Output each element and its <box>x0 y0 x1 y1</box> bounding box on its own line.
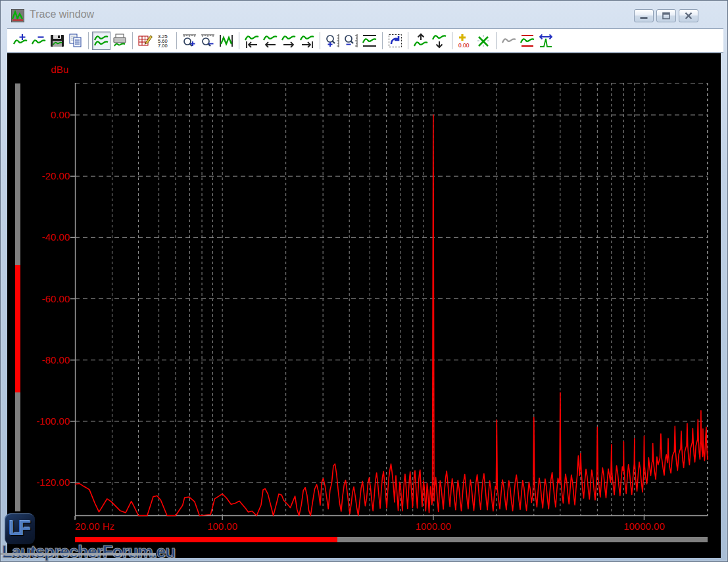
y-axis-label-0: 0.00 <box>29 109 70 120</box>
y-axis-label--100: -100.00 <box>29 415 70 427</box>
fit-trace-h-icon <box>218 33 234 49</box>
zoom-v-in-icon <box>325 33 341 49</box>
scroll-last-icon <box>299 33 315 49</box>
toolbar-zoom-h-in-button[interactable] <box>180 32 199 50</box>
toolbar-edit-values-button[interactable] <box>136 32 155 50</box>
window-controls <box>634 9 698 22</box>
y-axis-label--120: -120.00 <box>29 477 70 488</box>
toolbar-save-trace-button[interactable] <box>48 32 66 50</box>
toolbar-add-trace-button[interactable] <box>11 32 30 50</box>
toolbar-scroll-first-button[interactable] <box>243 32 261 50</box>
nudge-up-icon <box>413 33 429 49</box>
toolbar-marker-delete-button[interactable] <box>474 32 493 50</box>
y-axis-label--40: -40.00 <box>29 231 70 243</box>
toolbar-scroll-next-button[interactable] <box>279 32 298 50</box>
pan-mode-icon <box>387 33 403 49</box>
toolbar-print-trace-button[interactable] <box>110 32 129 50</box>
maximize-button[interactable] <box>656 9 676 22</box>
toolbar: 3.255.607.000.00 <box>7 28 723 53</box>
scroll-first-icon <box>244 33 260 49</box>
toolbar-zoom-v-in-button[interactable] <box>324 32 342 50</box>
y-axis-label--20: -20.00 <box>29 170 70 181</box>
minimize-button[interactable] <box>634 9 654 22</box>
minimize-icon <box>641 17 648 19</box>
window-title: Trace window <box>30 9 94 20</box>
horizontal-scrollbar[interactable] <box>75 537 708 542</box>
copy-trace-icon <box>68 33 84 49</box>
fit-trace-v-icon <box>362 33 377 49</box>
close-button[interactable] <box>679 9 698 22</box>
limit-lines-icon <box>520 33 535 49</box>
toolbar-show-traces-button[interactable] <box>92 32 110 50</box>
title-bar[interactable]: Trace window <box>3 3 726 28</box>
zoom-h-in-icon <box>182 33 197 49</box>
toolbar-separator <box>88 32 89 49</box>
scroll-prev-icon <box>262 33 278 49</box>
toolbar-cursor-step-button[interactable] <box>537 32 555 50</box>
overlay-trace-icon <box>501 33 517 49</box>
y-axis-label--80: -80.00 <box>29 354 70 365</box>
toolbar-separator <box>382 32 383 49</box>
plot-client-area: dBu0.00-20.00-40.00-60.00-80.00-100.00-1… <box>7 53 721 558</box>
toolbar-separator <box>132 32 133 49</box>
trace-app-icon <box>11 9 24 22</box>
spectrum-plot[interactable] <box>68 83 716 525</box>
fft-spectrum <box>75 115 708 516</box>
toolbar-scroll-prev-button[interactable] <box>261 32 279 50</box>
toolbar-separator <box>320 32 320 49</box>
toolbar-separator <box>496 32 497 49</box>
save-trace-icon <box>49 33 65 49</box>
zoom-v-out-icon <box>343 33 359 49</box>
svg-text:0.00: 0.00 <box>458 42 470 49</box>
close-icon <box>686 13 692 19</box>
svg-text:7.00: 7.00 <box>158 43 168 49</box>
toolbar-value-list-button[interactable]: 3.255.607.00 <box>155 32 173 50</box>
toolbar-copy-trace-button[interactable] <box>66 32 85 50</box>
value-list-icon: 3.255.607.00 <box>156 33 172 49</box>
scroll-next-icon <box>281 33 297 49</box>
subtract-trace-icon <box>31 33 47 49</box>
toolbar-nudge-up-button[interactable] <box>412 32 430 50</box>
toolbar-separator <box>239 32 239 49</box>
zoom-h-out-icon <box>200 33 216 49</box>
marker-add-icon: 0.00 <box>457 33 473 49</box>
trace-window: Trace window 3.255.607.000.00 dBu0.00-20… <box>0 0 728 562</box>
horizontal-scrollbar-thumb[interactable] <box>75 537 337 542</box>
toolbar-separator <box>452 32 452 49</box>
toolbar-fit-trace-v-button[interactable] <box>360 32 379 50</box>
toolbar-nudge-down-button[interactable] <box>430 32 449 50</box>
y-axis-unit-label: dBu <box>36 64 68 75</box>
y-axis-label--60: -60.00 <box>29 293 70 304</box>
toolbar-scroll-last-button[interactable] <box>298 32 316 50</box>
toolbar-overlay-trace-button[interactable] <box>500 32 518 50</box>
toolbar-subtract-trace-button[interactable] <box>30 32 48 50</box>
show-traces-icon <box>93 33 109 49</box>
toolbar-marker-add-button[interactable]: 0.00 <box>456 32 474 50</box>
toolbar-separator <box>408 32 408 49</box>
edit-values-icon <box>137 33 153 49</box>
toolbar-fit-trace-h-button[interactable] <box>217 32 235 50</box>
toolbar-pan-mode-button[interactable] <box>386 32 404 50</box>
cursor-step-icon <box>538 33 554 49</box>
print-trace-icon <box>112 33 128 49</box>
add-trace-icon <box>12 33 28 49</box>
nudge-down-icon <box>431 33 447 49</box>
level-meter-fill <box>15 265 20 392</box>
toolbar-limit-lines-button[interactable] <box>518 32 537 50</box>
toolbar-zoom-v-out-button[interactable] <box>342 32 360 50</box>
toolbar-zoom-h-out-button[interactable] <box>199 32 217 50</box>
marker-delete-icon <box>475 33 491 49</box>
toolbar-separator <box>176 32 177 49</box>
